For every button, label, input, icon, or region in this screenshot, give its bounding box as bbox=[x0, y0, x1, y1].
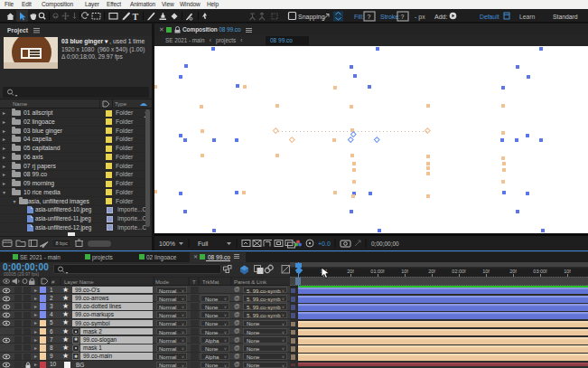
svg-text:?: ? bbox=[368, 14, 371, 20]
svg-text:#: # bbox=[51, 278, 55, 284]
svg-text:+0.0: +0.0 bbox=[318, 241, 331, 247]
svg-text:Add:: Add: bbox=[434, 14, 447, 20]
svg-text:TrkMat: TrkMat bbox=[202, 278, 219, 284]
svg-text:Fill:: Fill: bbox=[354, 14, 364, 20]
svg-text:Layer Name: Layer Name bbox=[64, 278, 94, 284]
svg-text:8 bpc: 8 bpc bbox=[56, 241, 69, 246]
svg-text:Snapping: Snapping bbox=[298, 14, 325, 21]
svg-text:?: ? bbox=[401, 14, 405, 20]
svg-text:100%: 100% bbox=[159, 241, 175, 247]
svg-text:Parent & Link: Parent & Link bbox=[234, 278, 267, 284]
svg-text:Full: Full bbox=[198, 241, 209, 247]
svg-text:Standard: Standard bbox=[553, 14, 578, 20]
svg-text:- px: - px bbox=[415, 14, 425, 21]
svg-text:T: T bbox=[133, 12, 139, 22]
svg-text:Default: Default bbox=[480, 14, 499, 20]
svg-text:0;00;00;00: 0;00;00;00 bbox=[371, 241, 399, 247]
svg-text:Mode: Mode bbox=[155, 278, 170, 284]
svg-text:T: T bbox=[192, 278, 196, 284]
svg-text:Learn: Learn bbox=[519, 14, 536, 20]
